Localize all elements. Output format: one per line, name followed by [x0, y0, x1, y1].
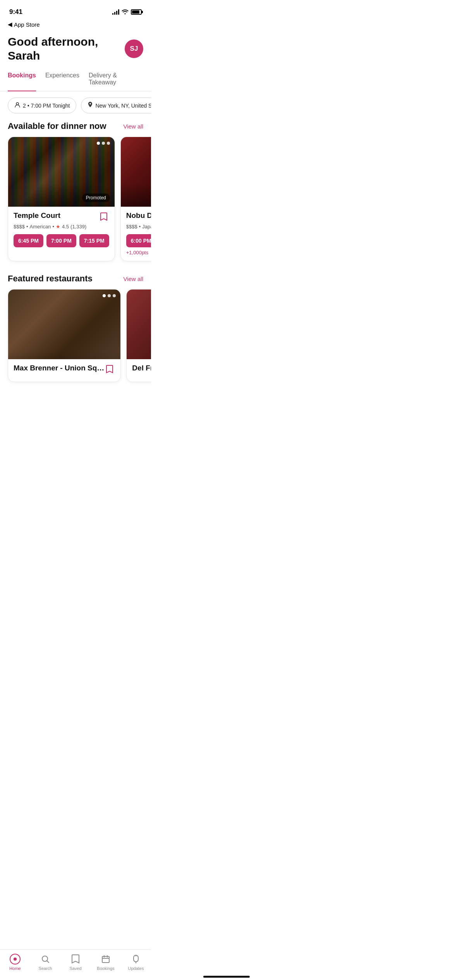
rating: 4.5 — [62, 224, 69, 230]
dot-3 — [107, 142, 110, 145]
restaurant-name-max: Max Brenner - Union Sq… — [14, 364, 104, 372]
tab-bookings[interactable]: Bookings — [8, 72, 36, 91]
status-icons — [112, 9, 142, 15]
time-slots: 6:45 PM 7:00 PM 7:15 PM — [14, 234, 109, 247]
time-slot-3[interactable]: 7:15 PM — [79, 234, 109, 247]
card-body-max: Max Brenner - Union Sq… — [8, 359, 120, 382]
card-title-row-del: Del Frisco's G… — [132, 364, 151, 372]
battery-icon — [131, 9, 142, 15]
card-dots-max — [103, 294, 116, 297]
location-icon — [88, 102, 93, 109]
pts-badge: +1,000pts — [126, 250, 151, 255]
section-available-title: Available for dinner now — [8, 121, 106, 131]
card-image-del-frisco — [127, 290, 151, 359]
dot-1 — [103, 294, 106, 297]
location-filter-label: New York, NY, United States — [95, 103, 151, 109]
restaurant-card-del-frisco[interactable]: Del Frisco's G… — [126, 289, 151, 382]
time-slots-nobu: 6:00 PM — [126, 234, 151, 247]
restaurant-name-del: Del Frisco's G… — [132, 364, 151, 372]
price-range-nobu: $$$$ — [126, 224, 137, 230]
card-title-row: Temple Court — [14, 211, 109, 222]
cuisine: American — [29, 224, 51, 230]
dot-1 — [97, 142, 100, 145]
card-body-nobu: Nobu Downt… $$$$ • Japanese 6:00 PM +1,0… — [121, 207, 151, 261]
review-count: (1,339) — [70, 224, 86, 230]
section-featured: Featured restaurants View all Max Brenne… — [0, 272, 151, 390]
card-body-del: Del Frisco's G… — [127, 359, 151, 379]
section-featured-header: Featured restaurants View all — [0, 272, 151, 289]
promoted-badge: Promoted — [82, 194, 110, 202]
guests-filter[interactable]: 2 • 7:00 PM Tonight — [8, 98, 76, 113]
avatar[interactable]: SJ — [125, 39, 143, 58]
back-nav[interactable]: ◀ App Store — [0, 19, 151, 30]
time-slot-2[interactable]: 7:00 PM — [46, 234, 76, 247]
featured-restaurants-scroll: Max Brenner - Union Sq… — [0, 289, 151, 390]
signal-icon — [112, 9, 119, 15]
section-featured-title: Featured restaurants — [8, 274, 93, 284]
status-bar: 9:41 — [0, 0, 151, 19]
wifi-icon — [122, 9, 129, 15]
dot-3 — [113, 294, 116, 297]
price-range: $$$$ — [14, 224, 25, 230]
tab-delivery[interactable]: Delivery & Takeaway — [89, 72, 143, 91]
section-available-header: Available for dinner now View all — [0, 120, 151, 137]
svg-point-0 — [16, 103, 19, 105]
greeting-text: Good afternoon, Sarah — [8, 35, 125, 63]
dot-2 — [102, 142, 105, 145]
bookmark-button-max[interactable] — [104, 364, 115, 375]
location-filter[interactable]: New York, NY, United States — [81, 98, 151, 113]
main-tabs: Bookings Experiences Delivery & Takeaway — [0, 66, 151, 91]
card-body-temple-court: Temple Court $$$$ • American • ★ 4.5 (1,… — [8, 207, 115, 253]
dot-2 — [108, 294, 111, 297]
header: Good afternoon, Sarah SJ — [0, 30, 151, 63]
restaurant-card-max-brenner[interactable]: Max Brenner - Union Sq… — [8, 289, 121, 382]
card-meta: $$$$ • American • ★ 4.5 (1,339) — [14, 224, 109, 230]
time-slot-nobu-1[interactable]: 6:00 PM — [126, 234, 151, 247]
available-restaurants-scroll: Promoted Temple Court $$$$ • American • — [0, 137, 151, 269]
restaurant-card-temple-court[interactable]: Promoted Temple Court $$$$ • American • — [8, 137, 115, 261]
guests-filter-label: 2 • 7:00 PM Tonight — [23, 103, 70, 109]
card-dots — [97, 142, 110, 145]
back-label: App Store — [14, 21, 40, 28]
card-image-max-brenner — [8, 290, 120, 359]
cuisine-nobu: Japanese — [142, 224, 151, 230]
status-time: 9:41 — [9, 8, 22, 16]
restaurant-card-nobu[interactable]: Nobu Downt… $$$$ • Japanese 6:00 PM +1,0… — [120, 137, 151, 261]
card-meta-nobu: $$$$ • Japanese — [126, 224, 151, 230]
filter-row: 2 • 7:00 PM Tonight New York, NY, United… — [0, 91, 151, 120]
card-title-row-max: Max Brenner - Union Sq… — [14, 364, 115, 375]
tab-experiences[interactable]: Experiences — [45, 72, 79, 91]
guests-icon — [14, 102, 21, 109]
card-image-temple-court: Promoted — [8, 137, 115, 207]
time-slot-1[interactable]: 6:45 PM — [14, 234, 43, 247]
restaurant-name-nobu: Nobu Downt… — [126, 211, 151, 220]
bookmark-button[interactable] — [98, 211, 109, 222]
card-title-row-nobu: Nobu Downt… — [126, 211, 151, 222]
view-all-featured[interactable]: View all — [124, 276, 143, 282]
restaurant-name: Temple Court — [14, 211, 98, 220]
card-image-nobu — [121, 137, 151, 207]
star-icon: ★ — [56, 224, 60, 230]
view-all-available[interactable]: View all — [124, 123, 143, 130]
